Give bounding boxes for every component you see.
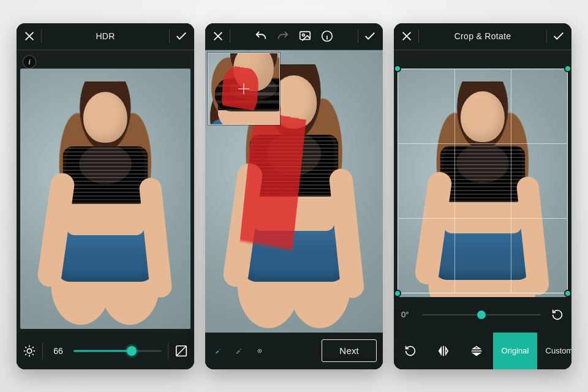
redo-icon[interactable] — [276, 29, 290, 43]
separator — [230, 29, 230, 43]
svg-point-0 — [27, 349, 31, 353]
crop-handle-tr[interactable] — [564, 65, 571, 72]
topbar-crop: Crop & Rotate — [394, 23, 571, 50]
undo-icon[interactable] — [254, 29, 268, 43]
info-icon[interactable]: i — [23, 55, 36, 69]
rotate-left-icon[interactable] — [394, 333, 427, 369]
image-icon[interactable] — [298, 29, 312, 43]
flip-vertical-icon[interactable] — [460, 333, 493, 369]
separator — [42, 342, 43, 360]
compare-icon[interactable] — [175, 344, 188, 358]
separator — [41, 29, 42, 43]
separator — [168, 342, 168, 360]
close-icon[interactable] — [400, 29, 413, 43]
crop-handle-br[interactable] — [564, 290, 571, 297]
separator — [546, 29, 547, 43]
crop-tabs: Original Custom — [394, 333, 571, 369]
screen-heal: Next — [205, 23, 383, 369]
brush-remove-icon[interactable] — [232, 344, 246, 358]
intensity-slider[interactable] — [74, 344, 162, 358]
canvas[interactable]: 0° Original Custom — [394, 50, 571, 369]
screen-crop: Crop & Rotate — [394, 23, 571, 369]
tab-original[interactable]: Original — [493, 333, 537, 369]
separator — [418, 29, 419, 43]
close-icon[interactable] — [211, 29, 225, 43]
canvas[interactable] — [205, 50, 383, 333]
flip-horizontal-icon[interactable] — [427, 333, 460, 369]
bottom-bar-hdr: 66 — [17, 333, 194, 369]
reset-rotation-icon[interactable] — [551, 308, 564, 322]
screen-title: HDR — [47, 31, 164, 41]
canvas[interactable]: i — [17, 50, 194, 333]
screen-hdr: HDR i 66 — [17, 23, 194, 369]
rotation-bar: 0° — [394, 297, 571, 333]
close-icon[interactable] — [23, 29, 36, 43]
crosshair-icon — [238, 83, 249, 94]
bottom-bar-heal: Next — [205, 333, 383, 369]
tab-custom[interactable]: Custom — [537, 333, 571, 369]
rotation-value: 0° — [401, 310, 416, 319]
check-icon[interactable] — [552, 29, 565, 43]
svg-point-6 — [259, 350, 260, 352]
crop-handle-tl[interactable] — [394, 65, 401, 72]
crop-frame[interactable] — [398, 69, 568, 293]
separator — [358, 29, 358, 43]
topbar-hdr: HDR — [17, 23, 194, 50]
photo — [20, 69, 190, 329]
next-button[interactable]: Next — [322, 339, 377, 362]
zoom-preview — [208, 53, 280, 125]
portrait-image — [20, 69, 190, 329]
brightness-icon[interactable] — [23, 344, 36, 358]
crop-handle-bl[interactable] — [394, 290, 401, 297]
separator — [169, 29, 170, 43]
check-icon[interactable] — [175, 29, 188, 43]
info-icon[interactable] — [320, 29, 334, 43]
check-icon[interactable] — [363, 29, 377, 43]
rotation-slider[interactable] — [422, 309, 541, 321]
brush-add-icon[interactable] — [211, 344, 225, 358]
slider-value: 66 — [49, 346, 67, 356]
brush-size-icon[interactable] — [253, 344, 266, 358]
screen-title: Crop & Rotate — [424, 31, 541, 41]
svg-point-3 — [302, 34, 304, 36]
topbar-heal — [205, 23, 383, 50]
